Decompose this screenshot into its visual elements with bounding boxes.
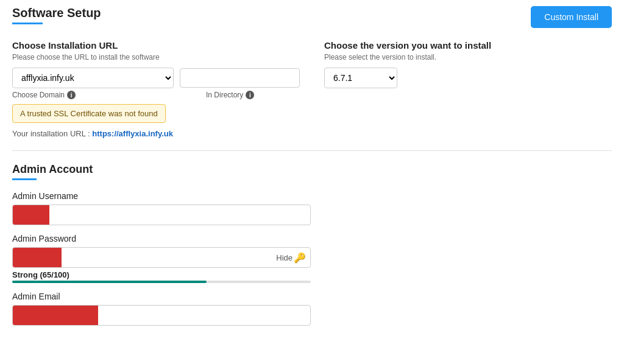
strength-bar-fill xyxy=(12,281,207,283)
domain-select[interactable]: afflyxia.infy.uk xyxy=(12,68,174,88)
admin-email-input[interactable] xyxy=(12,305,311,326)
admin-email-group: Admin Email xyxy=(12,292,311,326)
version-select[interactable]: 6.7.1 6.7.0 6.6.2 xyxy=(324,68,397,88)
install-url-sublabel: Please choose the URL to install the sof… xyxy=(12,53,300,61)
admin-section: Admin Account Admin Username Admin Passw… xyxy=(12,163,311,326)
password-hide-button[interactable]: Hide xyxy=(276,253,292,262)
password-strength-text: Strong (65/100) xyxy=(12,270,311,279)
admin-username-group: Admin Username xyxy=(12,191,311,225)
url-inputs-row: afflyxia.infy.uk xyxy=(12,68,300,88)
page-title: Software Setup xyxy=(12,6,101,20)
admin-title: Admin Account xyxy=(12,163,311,176)
version-label: Choose the version you want to install xyxy=(324,40,612,51)
strength-bar-bg xyxy=(12,281,311,283)
field-labels-row: Choose Domain i In Directory i xyxy=(12,91,300,99)
in-directory-info-icon[interactable]: i xyxy=(246,91,254,99)
installation-url-row: Your installation URL : https://afflyxia… xyxy=(12,129,300,138)
admin-password-input[interactable] xyxy=(12,247,311,268)
admin-password-group: Admin Password Hide 🔑 Strong (65/100) xyxy=(12,234,311,283)
admin-username-input[interactable] xyxy=(12,205,311,225)
install-url-block: Choose Installation URL Please choose th… xyxy=(12,40,300,138)
directory-input[interactable] xyxy=(180,68,300,88)
choose-domain-info-icon[interactable]: i xyxy=(67,91,76,99)
ssl-warning: A trusted SSL Certificate was not found xyxy=(12,104,166,123)
page-container: Software Setup Custom Install Choose Ins… xyxy=(0,0,624,340)
installation-url-link[interactable]: https://afflyxia.infy.uk xyxy=(92,129,173,138)
admin-password-input-row: Hide 🔑 xyxy=(12,247,311,268)
admin-password-label: Admin Password xyxy=(12,234,311,243)
in-directory-label: In Directory i xyxy=(206,91,300,99)
custom-install-button[interactable]: Custom Install xyxy=(531,6,612,28)
admin-email-input-row xyxy=(12,305,311,326)
section-divider xyxy=(12,150,612,151)
page-title-block: Software Setup xyxy=(12,6,101,24)
admin-email-label: Admin Email xyxy=(12,292,311,301)
admin-title-block: Admin Account xyxy=(12,163,311,180)
admin-username-label: Admin Username xyxy=(12,191,311,201)
key-icon: 🔑 xyxy=(294,252,306,264)
title-underline xyxy=(12,23,43,24)
top-section: Choose Installation URL Please choose th… xyxy=(12,40,612,138)
admin-username-input-row xyxy=(12,205,311,225)
header-section: Software Setup Custom Install xyxy=(12,6,612,28)
choose-domain-label: Choose Domain i xyxy=(12,91,200,99)
version-sublabel: Please select the version to install. xyxy=(324,53,612,61)
install-url-label: Choose Installation URL xyxy=(12,40,300,51)
admin-title-underline xyxy=(12,178,37,180)
version-block: Choose the version you want to install P… xyxy=(324,40,612,138)
